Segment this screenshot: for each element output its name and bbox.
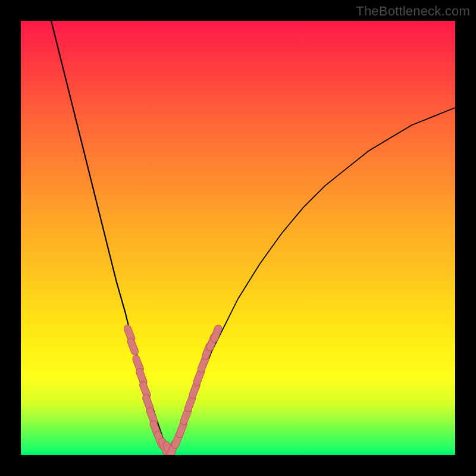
curve-marker <box>193 385 197 395</box>
curve-marker <box>136 359 140 369</box>
curve-marker <box>180 424 184 434</box>
curve-marker <box>197 372 201 382</box>
curve-marker <box>214 328 218 339</box>
curve-layer <box>21 21 455 455</box>
curve-marker <box>188 398 192 408</box>
curve-marker <box>184 411 188 421</box>
watermark-text: TheBottleneck.com <box>356 4 470 19</box>
curve-marker <box>140 372 144 382</box>
curve-marker <box>143 385 148 395</box>
right-branch-curve <box>168 108 455 451</box>
curve-marker <box>150 411 154 421</box>
chart-stage: TheBottleneck.com <box>0 0 476 476</box>
marker-group <box>127 328 218 455</box>
curve-marker <box>146 398 151 408</box>
curve-marker <box>201 359 205 369</box>
curve-marker <box>131 342 135 352</box>
left-branch-curve <box>51 21 168 451</box>
plot-area <box>21 21 455 455</box>
curve-marker <box>127 328 131 339</box>
